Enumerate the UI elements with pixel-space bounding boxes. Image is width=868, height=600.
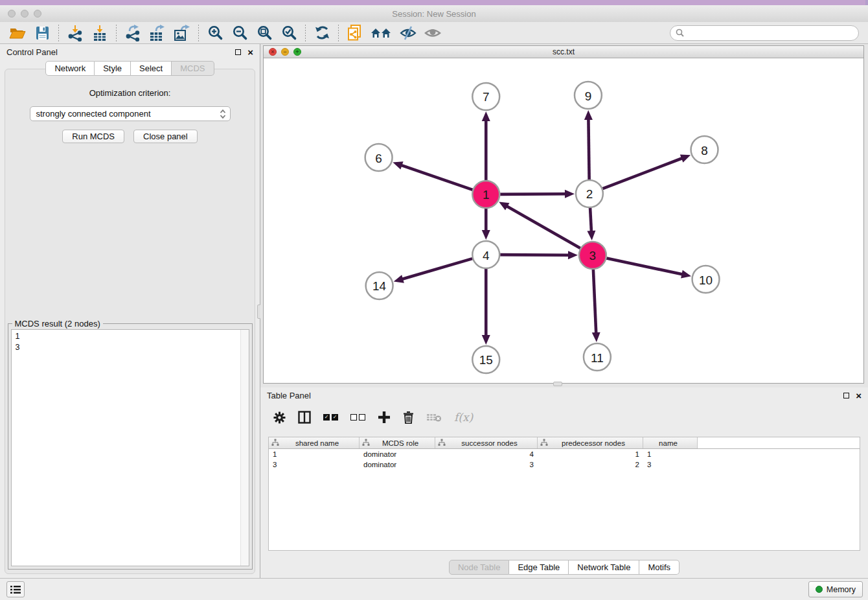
add-column-button[interactable]: [378, 411, 391, 424]
table-cell[interactable]: 4: [435, 450, 538, 458]
close-panel-icon[interactable]: ×: [247, 47, 253, 57]
task-history-button[interactable]: [6, 581, 25, 597]
edge-3-1[interactable]: [506, 205, 580, 248]
export-image-button[interactable]: [172, 24, 192, 42]
select-all-columns-button[interactable]: ✓ ✓: [323, 414, 338, 421]
table-cell[interactable]: 1: [643, 450, 698, 458]
application-window: Session: New Session: [0, 0, 868, 600]
table-cell[interactable]: 3: [435, 461, 538, 468]
table-row[interactable]: 3dominator323: [269, 459, 860, 470]
memory-label: Memory: [827, 585, 856, 594]
tab-network-table[interactable]: Network Table: [569, 560, 639, 575]
edge-arrowhead: [568, 251, 578, 259]
save-session-button[interactable]: [32, 24, 52, 42]
optimization-criterion-select[interactable]: strongly connected component: [30, 106, 231, 121]
table-cell[interactable]: 3: [643, 461, 698, 468]
first-neighbors-button[interactable]: [370, 24, 393, 42]
edge-arrowhead: [592, 332, 600, 342]
function-builder-button[interactable]: f(x): [454, 411, 473, 424]
zoom-selected-button[interactable]: [279, 24, 299, 42]
unselect-all-columns-button[interactable]: [350, 414, 365, 421]
new-network-from-selection-button[interactable]: [345, 24, 365, 42]
table-cell[interactable]: 3: [269, 461, 360, 468]
column-header-shared-name[interactable]: shared name: [269, 437, 360, 448]
run-mcds-button[interactable]: Run MCDS: [62, 130, 124, 143]
search-input[interactable]: [687, 29, 853, 38]
edge-2-3[interactable]: [590, 208, 591, 233]
show-column-button[interactable]: [298, 411, 311, 424]
unchecked-box-icon: [359, 414, 365, 421]
edge-3-11[interactable]: [593, 270, 596, 334]
memory-button[interactable]: Memory: [808, 581, 863, 597]
export-network-button[interactable]: [123, 24, 143, 42]
node-table[interactable]: shared nameMCDS rolesuccessor nodesprede…: [268, 437, 860, 551]
node-label-4: 4: [483, 248, 490, 262]
hide-selected-button[interactable]: [398, 24, 418, 42]
toolbar-separator: [198, 25, 199, 41]
network-canvas[interactable]: 7968124314101511: [264, 58, 863, 383]
open-session-button[interactable]: [8, 24, 27, 42]
import-table-button[interactable]: [90, 24, 109, 42]
toolbar-separator: [338, 25, 339, 41]
tab-edge-table[interactable]: Edge Table: [509, 560, 569, 575]
edge-4-3[interactable]: [500, 255, 570, 255]
zoom-out-button[interactable]: [230, 24, 249, 42]
zoom-in-icon: [207, 25, 223, 41]
gear-icon: [273, 411, 286, 424]
close-panel-icon[interactable]: ×: [856, 391, 862, 400]
tab-style[interactable]: Style: [95, 61, 131, 76]
tab-select[interactable]: Select: [131, 61, 172, 76]
column-header-successor-nodes[interactable]: successor nodes: [435, 437, 538, 448]
float-panel-icon[interactable]: [235, 49, 241, 55]
node-label-6: 6: [375, 151, 382, 165]
table-cell[interactable]: dominator: [360, 450, 435, 458]
import-network-button[interactable]: [65, 24, 85, 42]
column-header-MCDS-role[interactable]: MCDS role: [360, 437, 435, 448]
table-cell[interactable]: 1: [269, 450, 360, 458]
edge-1-6[interactable]: [400, 165, 473, 189]
delete-column-button[interactable]: [403, 411, 414, 424]
export-table-button[interactable]: [148, 24, 167, 42]
memory-status-icon: [816, 586, 823, 593]
table-cell[interactable]: 1: [538, 450, 643, 458]
result-scrollbar[interactable]: [240, 330, 249, 566]
tab-mcds[interactable]: MCDS: [172, 61, 214, 76]
search-field[interactable]: [670, 25, 859, 41]
column-header-name[interactable]: name: [643, 437, 698, 448]
show-all-button[interactable]: [423, 24, 442, 42]
horizontal-splitter[interactable]: [260, 384, 868, 387]
export-table-icon: [148, 25, 166, 41]
node-label-10: 10: [699, 273, 713, 286]
save-icon: [34, 25, 50, 41]
table-cell[interactable]: 2: [538, 461, 643, 468]
node-label-2: 2: [586, 187, 593, 201]
node-label-7: 7: [483, 90, 490, 104]
status-bar: Memory: [0, 578, 868, 600]
table-header-row: shared nameMCDS rolesuccessor nodesprede…: [269, 437, 860, 449]
edge-1-2[interactable]: [500, 194, 567, 194]
tab-network[interactable]: Network: [45, 61, 95, 76]
mcds-result-item: 1: [16, 331, 236, 342]
table-row[interactable]: 1dominator411: [269, 449, 860, 459]
table-options-button[interactable]: [273, 411, 286, 424]
edge-2-8[interactable]: [602, 157, 683, 189]
zoom-in-button[interactable]: [205, 24, 225, 42]
search-icon: [676, 29, 684, 37]
column-header-predecessor-nodes[interactable]: predecessor nodes: [538, 437, 643, 448]
edge-arrowhead: [584, 110, 593, 120]
node-label-9: 9: [585, 89, 592, 102]
tab-node-table[interactable]: Node Table: [449, 560, 510, 575]
delete-table-button[interactable]: [426, 412, 442, 422]
table-cell[interactable]: dominator: [360, 461, 435, 468]
edge-2-9[interactable]: [588, 118, 589, 179]
edge-3-10[interactable]: [606, 259, 683, 275]
refresh-network-button[interactable]: [312, 24, 332, 42]
edge-4-14[interactable]: [401, 259, 472, 279]
edge-arrowhead: [565, 190, 575, 198]
float-panel-icon[interactable]: [843, 393, 849, 398]
zoom-fit-button[interactable]: [255, 24, 274, 42]
checked-box-icon: ✓: [323, 414, 330, 421]
tab-motifs[interactable]: Motifs: [639, 560, 680, 575]
table-body: 1dominator4113dominator323: [269, 449, 860, 470]
close-panel-button[interactable]: Close panel: [133, 130, 198, 143]
